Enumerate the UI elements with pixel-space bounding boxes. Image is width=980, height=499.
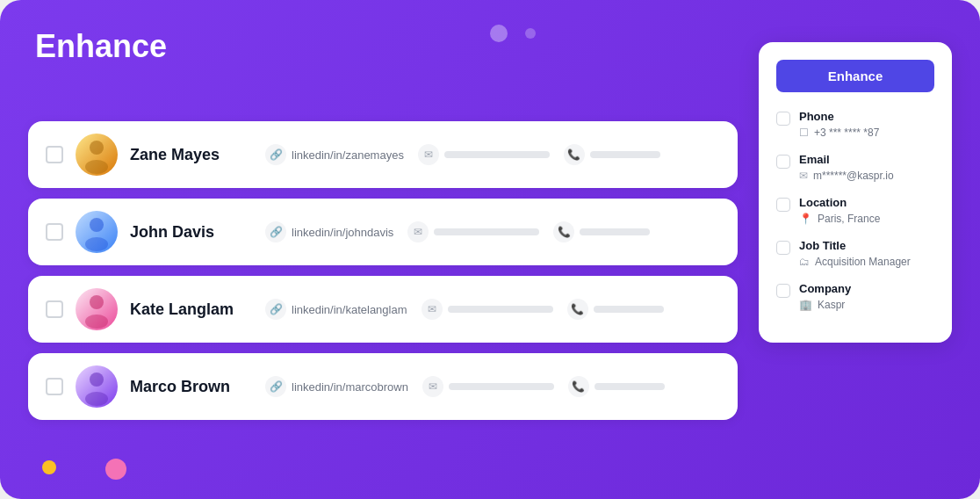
linkedin-text-marco: linkedin/in/marcobrown <box>292 380 408 394</box>
decorative-dot-bottom-left <box>42 460 56 474</box>
enhance-detail-panel: Enhance Phone ☐ +3 *** **** *87 Email ✉ … <box>759 42 952 343</box>
svg-point-3 <box>85 237 108 251</box>
contact-card-marco: Marco Brown 🔗 linkedin/in/marcobrown ✉ 📞 <box>28 353 738 420</box>
decorative-dot-top-right <box>525 28 536 39</box>
detail-item-phone: Phone ☐ +3 *** **** *87 <box>776 110 934 139</box>
contact-name-marco: Marco Brown <box>130 378 253 396</box>
linkedin-info-zane: 🔗 linkedin/in/zanemayes <box>265 144 404 165</box>
app-container: Enhance Zane Mayes 🔗 linkedin/in/zanemay… <box>0 0 980 499</box>
linkedin-info-john: 🔗 linkedin/in/johndavis <box>265 221 393 242</box>
phone-info-kate: 📞 <box>567 299 664 320</box>
phone-bar-zane <box>590 151 660 158</box>
phone-icon-zane: 📞 <box>564 144 585 165</box>
avatar-john <box>76 211 118 253</box>
detail-checkbox-jobtitle[interactable] <box>776 241 790 255</box>
email-info-marco: ✉ <box>422 376 554 397</box>
detail-content-company: Company 🏢 Kaspr <box>799 282 934 311</box>
link-icon-kate: 🔗 <box>265 299 286 320</box>
jobtitle-detail-icon: 🗂 <box>799 256 810 268</box>
email-icon-john: ✉ <box>407 221 429 242</box>
contact-name-kate: Kate Langlam <box>130 300 253 319</box>
contact-name-john: John Davis <box>130 223 253 242</box>
contact-checkbox-zane[interactable] <box>46 146 63 163</box>
detail-value-row-company: 🏢 Kaspr <box>799 299 934 311</box>
phone-info-marco: 📞 <box>568 376 665 397</box>
svg-point-6 <box>90 372 104 387</box>
contact-info-john: 🔗 linkedin/in/johndavis ✉ 📞 <box>265 221 720 242</box>
link-icon-john: 🔗 <box>265 221 286 242</box>
linkedin-info-kate: 🔗 linkedin/in/katelanglam <box>265 299 407 320</box>
detail-value-row-phone: ☐ +3 *** **** *87 <box>799 127 934 139</box>
detail-item-company: Company 🏢 Kaspr <box>776 282 934 311</box>
contact-name-zane: Zane Mayes <box>130 146 253 164</box>
detail-content-location: Location 📍 Paris, France <box>799 196 934 225</box>
detail-checkbox-location[interactable] <box>776 198 790 212</box>
decorative-dot-bottom-center <box>105 459 126 480</box>
company-detail-icon: 🏢 <box>799 299 812 311</box>
linkedin-text-john: linkedin/in/johndavis <box>292 226 393 239</box>
detail-label-location: Location <box>799 196 934 209</box>
linkedin-info-marco: 🔗 linkedin/in/marcobrown <box>265 376 408 397</box>
detail-value-company: Kaspr <box>818 299 845 311</box>
link-icon-zane: 🔗 <box>265 144 286 165</box>
linkedin-text-zane: linkedin/in/zanemayes <box>292 148 404 162</box>
detail-item-jobtitle: Job Title 🗂 Acquisition Manager <box>776 239 934 268</box>
app-title: Enhance <box>35 28 167 65</box>
detail-item-location: Location 📍 Paris, France <box>776 196 934 225</box>
contact-checkbox-marco[interactable] <box>46 378 63 395</box>
contact-card-zane: Zane Mayes 🔗 linkedin/in/zanemayes ✉ 📞 <box>28 121 738 188</box>
contact-info-kate: 🔗 linkedin/in/katelanglam ✉ 📞 <box>265 299 720 320</box>
detail-value-row-email: ✉ m******@kaspr.io <box>799 170 934 182</box>
detail-content-phone: Phone ☐ +3 *** **** *87 <box>799 110 934 139</box>
contact-card-john: John Davis 🔗 linkedin/in/johndavis ✉ 📞 <box>28 199 738 265</box>
phone-icon-marco: 📞 <box>568 376 589 397</box>
contact-card-kate: Kate Langlam 🔗 linkedin/in/katelanglam ✉… <box>28 276 738 343</box>
detail-checkbox-company[interactable] <box>776 284 790 298</box>
contact-checkbox-john[interactable] <box>46 223 63 241</box>
phone-info-zane: 📞 <box>564 144 660 165</box>
detail-value-jobtitle: Acquisition Manager <box>815 256 911 268</box>
contacts-panel: Zane Mayes 🔗 linkedin/in/zanemayes ✉ 📞 <box>28 121 738 420</box>
phone-bar-john <box>580 228 650 235</box>
detail-value-row-jobtitle: 🗂 Acquisition Manager <box>799 256 934 268</box>
enhance-button[interactable]: Enhance <box>776 60 934 92</box>
svg-point-4 <box>90 295 104 309</box>
decorative-dot-top-center <box>490 25 508 42</box>
email-icon-zane: ✉ <box>418 144 439 165</box>
avatar-zane <box>76 134 118 176</box>
detail-label-phone: Phone <box>799 110 934 123</box>
email-icon-kate: ✉ <box>422 299 443 320</box>
email-info-zane: ✉ <box>418 144 550 165</box>
link-icon-marco: 🔗 <box>265 376 286 397</box>
detail-checkbox-email[interactable] <box>776 155 790 169</box>
detail-label-jobtitle: Job Title <box>799 239 934 252</box>
svg-point-7 <box>85 392 108 406</box>
avatar-kate <box>76 288 118 330</box>
phone-info-john: 📞 <box>553 221 650 242</box>
detail-value-row-location: 📍 Paris, France <box>799 213 934 225</box>
email-bar-marco <box>449 383 554 390</box>
phone-icon-john: 📞 <box>553 221 574 242</box>
email-icon-marco: ✉ <box>422 376 443 397</box>
detail-value-email: m******@kaspr.io <box>813 170 894 182</box>
detail-label-email: Email <box>799 153 934 166</box>
contact-info-marco: 🔗 linkedin/in/marcobrown ✉ 📞 <box>265 376 720 397</box>
phone-bar-marco <box>594 383 665 390</box>
avatar-marco <box>76 365 118 408</box>
email-detail-icon: ✉ <box>799 170 808 182</box>
svg-point-0 <box>90 141 104 155</box>
email-info-kate: ✉ <box>422 299 553 320</box>
phone-detail-icon: ☐ <box>799 127 809 139</box>
linkedin-text-kate: linkedin/in/katelanglam <box>292 303 407 316</box>
contact-info-zane: 🔗 linkedin/in/zanemayes ✉ 📞 <box>265 144 720 165</box>
contact-checkbox-kate[interactable] <box>46 300 63 318</box>
svg-point-1 <box>85 160 108 174</box>
detail-value-phone: +3 *** **** *87 <box>814 127 879 139</box>
detail-item-email: Email ✉ m******@kaspr.io <box>776 153 934 182</box>
location-detail-icon: 📍 <box>799 213 812 225</box>
email-bar-zane <box>444 151 550 158</box>
svg-point-5 <box>85 315 108 329</box>
detail-checkbox-phone[interactable] <box>776 112 790 126</box>
phone-bar-kate <box>594 306 664 313</box>
svg-point-2 <box>90 218 104 232</box>
